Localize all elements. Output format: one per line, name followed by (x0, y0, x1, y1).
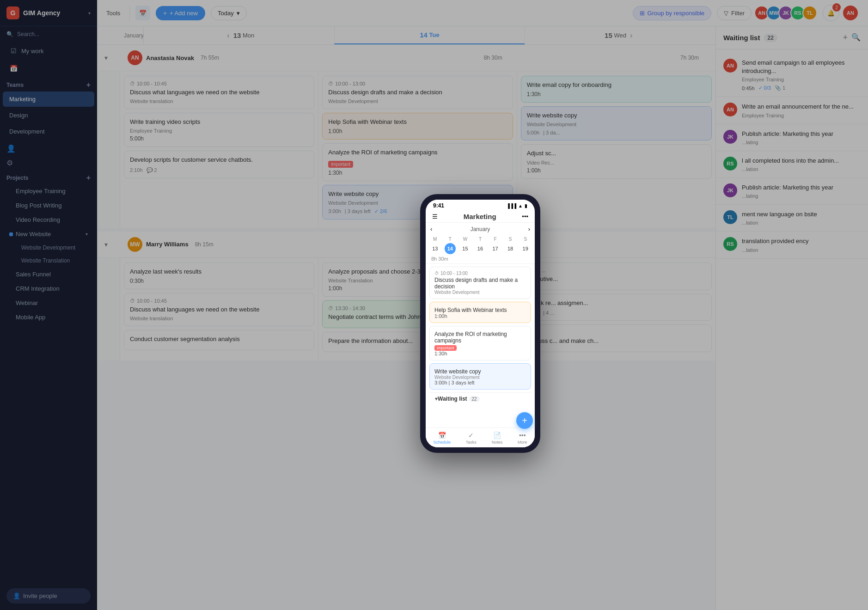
sidebar-project-mobile-app[interactable]: Mobile App (3, 311, 94, 324)
task-card[interactable]: ⏱ 10:00 - 13:00 Discuss design drafts an… (322, 76, 513, 109)
phone-cal-date-14[interactable]: 14 (445, 243, 456, 254)
waiting-item[interactable]: AN Write an email announcement for the n… (716, 97, 868, 124)
phone-nav-more[interactable]: ••• More (518, 432, 527, 445)
add-team-button[interactable]: + (86, 81, 91, 89)
phone-task-card[interactable]: Write website copy Website Development 3… (429, 363, 531, 390)
task-title: Check re... assigmen... (527, 299, 706, 307)
sidebar-item-calendar[interactable]: 📅 (3, 60, 94, 77)
sidebar-project-employee-training[interactable]: Employee Training (3, 184, 94, 198)
logo-area[interactable]: G GIM Agency ▾ (0, 0, 97, 26)
next-day-button[interactable]: › (626, 31, 636, 40)
collapse-icon-area: ▾ (104, 54, 128, 61)
phone-nav-notes[interactable]: 📄 Notes (492, 432, 503, 445)
sidebar-project-sales-funnel[interactable]: Sales Funnel (3, 268, 94, 281)
task-card[interactable]: Write email copy for onboarding 1:30h (521, 76, 712, 103)
task-card[interactable]: ⏱ 10:00 - 10:45 Discuss what languages w… (124, 76, 314, 109)
invite-people-button[interactable]: 👤 Invite people (6, 588, 91, 604)
task-card[interactable]: Check re... assigmen... 2:30h | 4 ... (521, 294, 712, 321)
task-time: ⏱ 10:00 - 13:00 (328, 81, 507, 86)
task-card[interactable]: Write training video scripts Employee Tr… (124, 113, 314, 147)
sidebar-item-marketing[interactable]: Marketing (3, 92, 94, 107)
task-meta: 5:00h | 3 da... (527, 130, 706, 135)
sidebar-project-crm[interactable]: CRM Integration (3, 282, 94, 295)
development-label: Development (9, 128, 45, 135)
phone-cal-date-13[interactable]: 13 (429, 243, 440, 254)
sidebar-project-webinar[interactable]: Webinar (3, 296, 94, 310)
notifications-button[interactable]: 🔔 2 (823, 5, 839, 21)
add-waiting-button[interactable]: + (843, 33, 848, 43)
phone-next-icon[interactable]: › (528, 226, 530, 232)
sidebar-project-new-website[interactable]: New Website ▾ (3, 227, 94, 241)
sidebar-project-blog-post[interactable]: Blog Post Writing (3, 199, 94, 212)
sidebar-item-development[interactable]: Development (3, 124, 94, 139)
project-dot-icon (9, 232, 13, 236)
waiting-item[interactable]: RS translation provided ency ...lation (716, 232, 868, 258)
task-title: Write email copy for onboarding (527, 81, 706, 89)
task-card[interactable]: Adjust sc... Video Rec... 1:00h (521, 144, 712, 178)
signal-icon: ▐▐▐ (507, 203, 516, 208)
phone-cal-date-19[interactable]: 19 (520, 243, 531, 254)
task-card[interactable]: Write website copy Website Development 5… (521, 106, 712, 140)
today-button[interactable]: Today ▾ (211, 6, 247, 20)
waiting-item[interactable]: JK Publish article: Marketing this year … (716, 124, 868, 151)
phone-fab-button[interactable]: + (516, 412, 533, 429)
sidebar-item-settings: ⚙ (0, 156, 97, 170)
teams-section-header: Teams + (0, 77, 97, 91)
waiting-list-header: Waiting list 22 + 🔍 (716, 26, 868, 49)
sidebar-project-website-trans[interactable]: Website Translation (3, 255, 94, 267)
phone-nav-schedule[interactable]: 📅 Schedule (433, 432, 451, 445)
person-collapse-button-2[interactable]: ▾ (104, 241, 108, 248)
add-project-button[interactable]: + (86, 174, 91, 182)
phone-prev-icon[interactable]: ‹ (430, 226, 432, 232)
waiting-item[interactable]: RS l all completed tions into the admin.… (716, 151, 868, 178)
waiting-item-title: Write an email announcement for the ne..… (742, 103, 854, 111)
task-card[interactable]: Analyze the ROI of marketing campaigns i… (322, 143, 513, 181)
waiting-item[interactable]: JK Publish article: Marketing this year … (716, 178, 868, 205)
sidebar-item-design[interactable]: Design (3, 108, 94, 123)
group-by-button[interactable]: ⊞ Group by responsible (633, 6, 712, 20)
task-title: Help Sofia with Webinar texts (328, 118, 507, 126)
sidebar-item-mywork[interactable]: ☑ My work (3, 43, 94, 59)
phone-task-card[interactable]: Help Sofia with Webinar texts 1:00h (429, 302, 531, 323)
phone-task-project: Website Development (434, 375, 526, 380)
group-icon: ⊞ (640, 10, 645, 17)
phone-task-card[interactable]: Analyze the ROI of marketing campaigns i… (429, 326, 531, 360)
phone-nav-notes-label: Notes (492, 440, 503, 445)
task-card[interactable]: 13:00 Discuss c... and make ch... (521, 324, 712, 352)
phone-cal-date-16[interactable]: 16 (475, 243, 486, 254)
waiting-item[interactable]: AN Send email campaign to all employees … (716, 53, 868, 97)
task-title: Adjust sc... (527, 149, 706, 158)
notification-badge: 2 (832, 3, 841, 12)
waiting-item[interactable]: TL ment new language on bsite ...lation (716, 205, 868, 232)
task-card[interactable]: 9:30 - ... Executive... (521, 262, 712, 290)
search-bar[interactable]: 🔍 Search... (0, 26, 97, 42)
task-card[interactable]: Help Sofia with Webinar texts 1:00h (322, 113, 513, 140)
prev-day-button[interactable]: ‹ (223, 31, 233, 40)
phone-dots-icon[interactable]: ••• (522, 213, 528, 220)
phone-cal-date-18[interactable]: 18 (505, 243, 516, 254)
schedule-view-button[interactable]: 📅 (135, 6, 150, 20)
phone-nav-tasks[interactable]: ✓ Tasks (466, 432, 477, 445)
sidebar-project-website-dev[interactable]: Website Development (3, 242, 94, 254)
app-name: GIM Agency (23, 9, 60, 17)
clock-icon: ⏱ (328, 305, 333, 311)
task-card[interactable]: Analyze last week's results 0:30h (124, 262, 314, 289)
sidebar-project-video-recording[interactable]: Video Recording (3, 213, 94, 226)
task-card[interactable]: Develop scripts for customer service cha… (124, 151, 314, 178)
task-card[interactable]: Conduct customer segmentation analysis (124, 330, 314, 350)
task-card[interactable]: ⏱ 10:00 - 10:45 Discuss what languages w… (124, 293, 314, 326)
phone-cal-date-15[interactable]: 15 (459, 243, 471, 254)
search-waiting-button[interactable]: 🔍 (851, 33, 861, 43)
task-time: ⏱ 10:00 - 10:45 (130, 81, 308, 86)
filter-button[interactable]: ▽ Filter (717, 6, 752, 20)
phone-task-card[interactable]: ⏱ 10:00 - 13:00 Discuss design drafts an… (429, 267, 531, 299)
add-new-button[interactable]: + + Add new (156, 6, 205, 20)
user-avatar-main[interactable]: AN (842, 5, 859, 21)
mobile-phone[interactable]: 9:41 ▐▐▐ ▲ ▮ ☰ Marketing ••• ‹ Janua (420, 194, 540, 453)
waiting-item-header: AN Send email campaign to all employees … (723, 59, 861, 82)
phone-cal-date-17[interactable]: 17 (490, 243, 501, 254)
task-days: | 3 da... (543, 130, 560, 135)
waiting-item-title: Publish article: Marketing this year (742, 183, 833, 192)
person-collapse-button[interactable]: ▾ (104, 54, 108, 61)
phone-menu-icon[interactable]: ☰ (432, 213, 438, 220)
